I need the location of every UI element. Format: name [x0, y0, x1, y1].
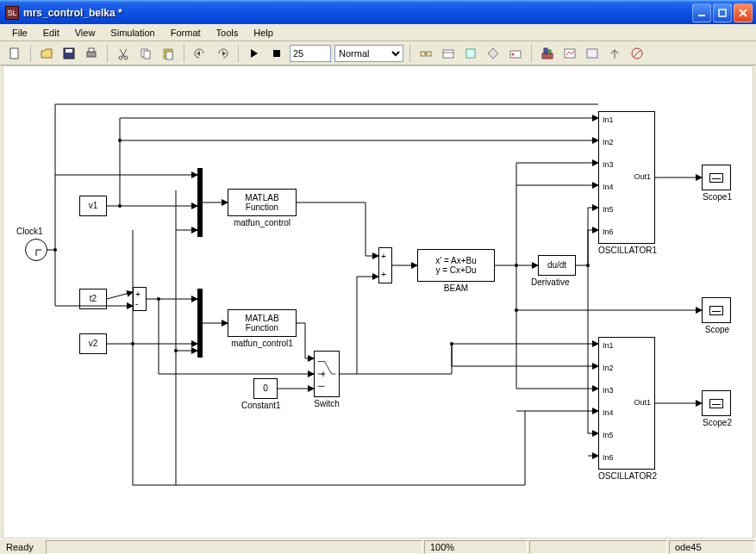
- osc1-in2: In2: [603, 138, 614, 146]
- svg-rect-6: [66, 49, 72, 53]
- menu-tools[interactable]: Tools: [209, 26, 246, 40]
- svg-point-40: [118, 139, 122, 142]
- block-mux1[interactable]: [197, 168, 203, 237]
- status-solver: ode45: [669, 540, 755, 554]
- osc2-in5: In5: [603, 431, 614, 439]
- svg-point-42: [157, 297, 160, 301]
- svg-rect-17: [273, 50, 280, 57]
- toolbar-icon-5[interactable]: [506, 44, 525, 63]
- osc1-in3: In3: [603, 160, 614, 169]
- menu-format[interactable]: Format: [164, 26, 208, 40]
- close-button[interactable]: [734, 3, 753, 22]
- svg-point-45: [515, 308, 518, 312]
- mfun2-l2: Function: [246, 323, 278, 333]
- cut-icon[interactable]: [114, 44, 133, 63]
- block-scope[interactable]: [702, 297, 731, 323]
- menu-view[interactable]: View: [68, 26, 103, 40]
- svg-line-32: [634, 50, 640, 57]
- svg-point-25: [512, 53, 515, 55]
- mfun1-l1: MATLAB: [245, 193, 278, 203]
- menu-edit[interactable]: Edit: [36, 26, 66, 40]
- svg-rect-27: [544, 48, 547, 53]
- block-constant1[interactable]: 0: [253, 378, 278, 399]
- svg-rect-8: [89, 48, 94, 52]
- mfun2-l1: MATLAB: [245, 314, 278, 324]
- label-beam: BEAM: [417, 283, 495, 293]
- scope-icon: [709, 173, 723, 183]
- stoptime-input[interactable]: [290, 45, 331, 62]
- mode-select[interactable]: Normal: [334, 45, 403, 62]
- block-mux2[interactable]: [197, 289, 203, 358]
- v1-text: v1: [89, 201, 98, 211]
- open-icon[interactable]: [37, 44, 56, 63]
- block-sum-t2[interactable]: + -: [133, 287, 147, 311]
- toolbar-icon-3[interactable]: [461, 44, 480, 63]
- clock-icon: [25, 239, 47, 261]
- osc2-in3: In3: [603, 386, 614, 395]
- svg-rect-0: [698, 15, 705, 16]
- label-constant1: Constant1: [241, 401, 281, 410]
- block-v2[interactable]: v2: [79, 333, 107, 354]
- toolbar-icon-10[interactable]: [628, 44, 647, 63]
- label-oscillator1: OSCILLATOR1: [595, 246, 660, 255]
- status-ready: Ready: [1, 540, 44, 554]
- block-v1[interactable]: v1: [79, 196, 107, 216]
- library-browser-icon[interactable]: [538, 44, 557, 63]
- toolbar-icon-1[interactable]: [416, 44, 435, 63]
- toolbar-icon-9[interactable]: [605, 44, 624, 63]
- stop-icon[interactable]: [267, 44, 286, 63]
- beam-l2: y = Cx+Du: [435, 265, 476, 276]
- svg-rect-29: [565, 49, 575, 58]
- block-scope1[interactable]: [702, 165, 731, 190]
- osc1-in4: In4: [603, 183, 614, 191]
- svg-point-44: [515, 264, 518, 267]
- block-beam[interactable]: x' = Ax+Bu y = Cx+Du: [417, 249, 495, 282]
- menu-help[interactable]: Help: [247, 26, 280, 40]
- label-matlabfcn2: matfun_control1: [225, 339, 299, 348]
- block-switch[interactable]: [314, 351, 340, 397]
- label-matlabfcn1: matfun_control: [228, 218, 297, 227]
- menu-simulation[interactable]: Simulation: [103, 26, 161, 40]
- block-scope2[interactable]: [702, 390, 731, 416]
- paste-icon[interactable]: [159, 44, 178, 63]
- save-icon[interactable]: [59, 44, 78, 63]
- switch-icon: [316, 353, 337, 395]
- block-matlabfcn2[interactable]: MATLAB Function: [228, 309, 297, 337]
- toolbar: Normal: [0, 41, 756, 65]
- block-derivative[interactable]: du/dt: [538, 255, 576, 276]
- label-derivative: Derivative: [531, 277, 569, 287]
- window-title: mrs_control_belka *: [23, 7, 692, 19]
- svg-point-43: [174, 349, 178, 352]
- copy-icon[interactable]: [136, 44, 155, 63]
- svg-rect-18: [421, 52, 425, 56]
- label-scope: Scope: [702, 325, 733, 334]
- block-oscillator1[interactable]: In1 In2 In3 In4 In5 In6 Out1: [598, 111, 655, 244]
- svg-rect-28: [548, 50, 551, 53]
- menu-file[interactable]: File: [5, 26, 34, 40]
- svg-point-41: [131, 342, 134, 345]
- undo-icon[interactable]: [191, 44, 209, 63]
- osc2-in4: In4: [603, 408, 614, 417]
- minimize-button[interactable]: [692, 3, 711, 22]
- new-icon[interactable]: [5, 44, 24, 63]
- toolbar-icon-8[interactable]: [583, 44, 602, 63]
- redo-icon[interactable]: [213, 44, 232, 63]
- block-clock1[interactable]: [25, 239, 47, 261]
- block-sum-beam[interactable]: + +: [378, 247, 392, 283]
- toolbar-icon-2[interactable]: [439, 44, 458, 63]
- svg-rect-21: [443, 50, 453, 58]
- diagram-canvas[interactable]: Clock1 v1 t2 v2 + - MATLAB Function matf…: [3, 65, 753, 538]
- svg-rect-1: [719, 9, 726, 16]
- toolbar-icon-4[interactable]: [484, 44, 503, 63]
- block-t2[interactable]: t2: [79, 289, 107, 309]
- block-oscillator2[interactable]: In1 In2 In3 In4 In5 In6 Out1: [598, 337, 655, 470]
- svg-point-39: [118, 204, 122, 208]
- t2-text: t2: [90, 294, 97, 304]
- print-icon[interactable]: [82, 44, 101, 63]
- toolbar-icon-7[interactable]: [560, 44, 579, 63]
- block-matlabfcn1[interactable]: MATLAB Function: [228, 189, 297, 216]
- play-icon[interactable]: [245, 44, 264, 63]
- osc2-in1: In1: [603, 341, 614, 350]
- svg-point-38: [53, 248, 57, 252]
- maximize-button[interactable]: [713, 3, 732, 22]
